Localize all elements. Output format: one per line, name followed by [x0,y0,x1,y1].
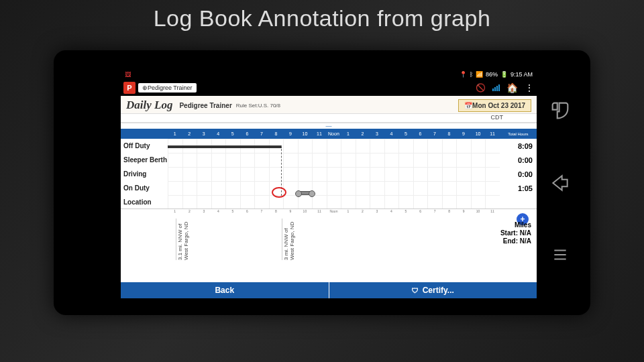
timezone-label: CDT [121,114,537,123]
page-title: Daily Log [126,99,172,112]
hour-label: 11 [485,131,500,136]
app-toolbar: P ⊕Pedigree Trainer 🚫 🏠 ⋮ [121,80,537,96]
bluetooth-icon: ᛒ [470,71,473,78]
hour-label: 2 [356,131,370,136]
sleeper-total: 0:00 [500,156,537,164]
collapse-toggle[interactable]: — [121,123,537,129]
row-driving: Driving 0:00 [121,167,537,181]
app-tab[interactable]: ⊕Pedigree Trainer [138,83,197,93]
miles-summary: Miles Start: N/A End: N/A [500,221,531,245]
nav-recent-button[interactable] [548,243,572,267]
hour-label: 6 [413,131,428,136]
menu-icon[interactable]: ⋮ [525,82,534,93]
hour-label: 2 [182,131,197,136]
hour-label: Noon [327,131,341,136]
driving-total: 0:00 [500,170,537,178]
gps-icon: 📍 [460,71,467,78]
hour-label: 7 [427,131,442,136]
hour-label: 3 [370,131,384,136]
nav-back-button[interactable] [548,99,572,123]
total-hours-header: Total Hours [500,132,537,136]
location-timeline-ticks: 1234 5678 91011Noon 1234 5678 91011 [168,209,500,219]
hour-label: 5 [398,131,413,136]
row-on-duty: On Duty 1:05 [121,181,537,195]
signal-icon [492,84,500,91]
home-icon[interactable]: 🏠 [506,82,518,93]
header-row: Daily Log Pedigree Trainer Rule Set:U.S.… [121,96,537,114]
hour-label: 6 [240,131,255,136]
miles-start: Start: N/A [500,229,531,237]
app-logo[interactable]: P [123,82,136,94]
phone-frame: 🖼 📍 ᛒ 📶 86% 🔋 9:15 AM P ⊕Pedigree Traine… [54,50,590,315]
hour-label: 10 [471,131,486,136]
certify-label: Certify... [423,286,454,295]
hour-label: 5 [225,131,240,136]
notification-icon: 🖼 [125,71,131,78]
row-sleeper: Sleeper Berth 0:00 [121,153,537,167]
wifi-icon: 📶 [476,71,483,78]
battery-icon: 🔋 [500,71,508,78]
sleeper-label: Sleeper Berth [121,157,168,164]
on-duty-total: 1:05 [500,184,537,192]
hour-label: 3 [197,131,211,136]
off-duty-segment[interactable] [168,145,282,148]
hour-label: 9 [283,131,298,136]
footer-bar: Back Certify... [121,282,537,298]
alert-icon[interactable]: 🚫 [476,83,486,93]
ruleset-label: Rule Set:U.S. 70/8 [236,103,280,109]
slide-title: Log Book Annotation from graph [0,0,644,37]
page-subtitle: Pedigree Trainer [179,102,231,109]
location-marker-b[interactable]: 3 mi. NNW of West Fargo, ND [282,219,295,260]
location-marker-a[interactable]: 3.1 mi. NNW of West Fargo, ND [176,219,189,260]
row-location: Location [121,195,537,209]
miles-title: Miles [500,221,531,229]
android-status-bar: 🖼 📍 ᛒ 📶 86% 🔋 9:15 AM [121,69,537,80]
off-duty-total: 8:09 [500,142,537,150]
android-nav [540,50,580,315]
back-button[interactable]: Back [121,282,329,298]
location-label: Location [121,199,168,206]
on-duty-segment[interactable] [297,191,314,195]
annotation-highlight [272,187,286,198]
battery-percent: 86% [486,71,498,78]
hour-label: 1 [168,131,182,136]
nav-home-button[interactable] [548,171,572,195]
timeline-header: 1 2 3 4 5 6 7 8 9 10 11 Noon 1 2 3 4 5 6… [121,129,537,139]
phone-screen: 🖼 📍 ᛒ 📶 86% 🔋 9:15 AM P ⊕Pedigree Traine… [121,69,537,298]
hour-label: 11 [312,131,327,136]
date-picker[interactable]: 📅Mon Oct 23 2017 [458,99,531,112]
hour-label: 7 [254,131,269,136]
hour-label: 8 [442,131,457,136]
on-duty-label: On Duty [121,185,168,192]
off-duty-label: Off Duty [121,143,168,149]
certify-button[interactable]: Certify... [329,282,537,298]
driving-label: Driving [121,171,168,178]
hour-label: 1 [341,131,356,136]
location-annotations: 3.1 mi. NNW of West Fargo, ND 3 mi. NNW … [121,219,537,265]
hour-label: 8 [269,131,284,136]
hour-label: 10 [298,131,313,136]
miles-end: End: N/A [500,237,531,245]
clock: 9:15 AM [511,71,533,78]
shield-icon [412,286,419,295]
hour-label: 9 [456,131,471,136]
hour-label: 4 [384,131,399,136]
hour-label: 4 [211,131,226,136]
log-graph[interactable]: Off Duty 8:09 Sleeper Berth 0:00 Driving… [121,139,537,209]
